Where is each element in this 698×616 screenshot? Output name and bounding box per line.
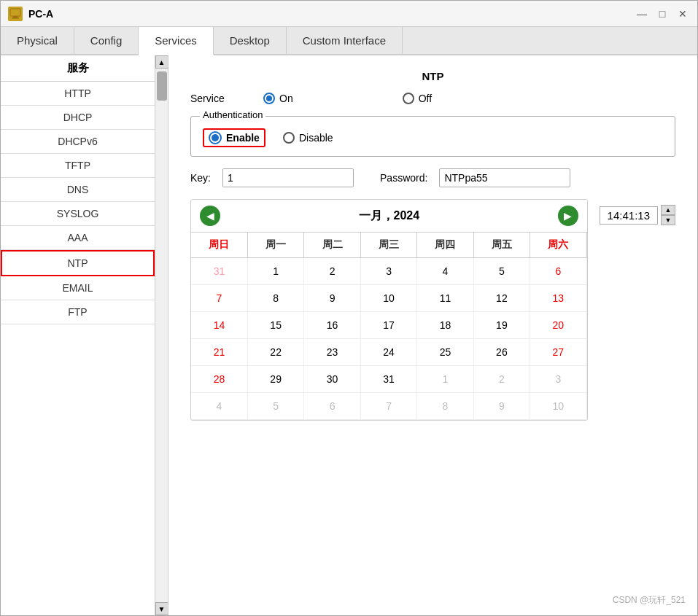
calendar-day[interactable]: 31: [360, 366, 416, 393]
calendar-day[interactable]: 6: [530, 258, 586, 285]
sidebar-item-syslog[interactable]: SYSLOG: [1, 202, 155, 226]
service-on-radio-circle[interactable]: [263, 93, 275, 104]
calendar-day[interactable]: 16: [304, 312, 360, 339]
ntp-title: NTP: [190, 70, 675, 82]
service-off-radio-circle[interactable]: [403, 93, 414, 104]
calendar-day[interactable]: 1: [417, 366, 473, 393]
svg-rect-2: [12, 17, 19, 19]
service-on-label: On: [279, 93, 293, 104]
scrollbar[interactable]: ▲ ▼: [155, 55, 168, 615]
tab-config[interactable]: Config: [74, 27, 139, 54]
password-label: Password:: [380, 172, 427, 184]
calendar-day[interactable]: 5: [247, 393, 303, 420]
calendar-day[interactable]: 3: [530, 366, 586, 393]
sidebar-item-http[interactable]: HTTP: [1, 82, 155, 106]
calendar-day[interactable]: 7: [191, 285, 247, 312]
calendar-day[interactable]: 2: [304, 258, 360, 285]
tab-desktop[interactable]: Desktop: [214, 27, 287, 54]
calendar-day[interactable]: 13: [530, 285, 586, 312]
maximize-button[interactable]: □: [655, 7, 670, 21]
calendar-day[interactable]: 23: [304, 339, 360, 366]
calendar-day[interactable]: 4: [417, 258, 473, 285]
calendar-day[interactable]: 28: [191, 366, 247, 393]
calendar-day[interactable]: 31: [191, 258, 247, 285]
enable-option[interactable]: Enable: [203, 128, 265, 147]
calendar-day[interactable]: 15: [247, 312, 303, 339]
sidebar-item-ntp[interactable]: NTP: [1, 250, 155, 276]
calendar: ◀ 一月，2024 ▶ 周日 周一 周二 周三 周四: [190, 199, 588, 421]
scroll-up-button[interactable]: ▲: [155, 55, 168, 69]
service-off-option[interactable]: Off: [403, 93, 432, 104]
weekday-saturday: 周六: [530, 233, 586, 258]
disable-radio-circle[interactable]: [283, 132, 295, 144]
calendar-day[interactable]: 29: [247, 366, 303, 393]
calendar-day[interactable]: 8: [247, 285, 303, 312]
calendar-day[interactable]: 9: [473, 393, 530, 420]
minimize-button[interactable]: —: [635, 7, 649, 21]
service-row: Service On Off: [190, 93, 675, 104]
calendar-day[interactable]: 7: [360, 393, 416, 420]
app-icon: [8, 7, 23, 21]
sidebar-item-dhcp[interactable]: DHCP: [1, 106, 155, 130]
sidebar-header: 服务: [1, 55, 155, 82]
tab-physical[interactable]: Physical: [1, 27, 74, 54]
time-decrement-button[interactable]: ▼: [661, 215, 675, 225]
password-input[interactable]: [439, 168, 570, 187]
calendar-day[interactable]: 6: [304, 393, 360, 420]
weekday-tuesday: 周二: [304, 233, 360, 258]
key-password-row: Key: Password:: [190, 168, 675, 187]
calendar-day[interactable]: 1: [247, 258, 303, 285]
calendar-day[interactable]: 27: [530, 339, 586, 366]
calendar-day[interactable]: 21: [191, 339, 247, 366]
calendar-day[interactable]: 9: [304, 285, 360, 312]
calendar-day[interactable]: 14: [191, 312, 247, 339]
scroll-thumb[interactable]: [157, 71, 167, 101]
sidebar-item-email[interactable]: EMAIL: [1, 276, 155, 300]
calendar-day[interactable]: 4: [191, 393, 247, 420]
calendar-day[interactable]: 22: [247, 339, 303, 366]
time-increment-button[interactable]: ▲: [661, 205, 675, 215]
service-radio-group: On Off: [263, 93, 432, 104]
calendar-next-button[interactable]: ▶: [558, 206, 578, 226]
calendar-day[interactable]: 18: [417, 312, 473, 339]
calendar-day[interactable]: 5: [473, 258, 530, 285]
sidebar-item-dhcpv6[interactable]: DHCPv6: [1, 130, 155, 154]
close-button[interactable]: ✕: [675, 7, 690, 21]
calendar-day[interactable]: 8: [417, 393, 473, 420]
weekday-friday: 周五: [473, 233, 530, 258]
key-input[interactable]: [222, 168, 354, 187]
enable-label: Enable: [226, 132, 260, 144]
sidebar-item-aaa[interactable]: AAA: [1, 226, 155, 250]
calendar-area: ◀ 一月，2024 ▶ 周日 周一 周二 周三 周四: [190, 199, 675, 421]
calendar-day[interactable]: 20: [530, 312, 586, 339]
sidebar-item-tftp[interactable]: TFTP: [1, 154, 155, 178]
calendar-day[interactable]: 19: [473, 312, 530, 339]
calendar-prev-button[interactable]: ◀: [200, 206, 220, 226]
calendar-day[interactable]: 10: [530, 393, 586, 420]
enable-radio-circle[interactable]: [209, 131, 222, 144]
tab-services[interactable]: Services: [139, 27, 214, 55]
sidebar-item-ftp[interactable]: FTP: [1, 300, 155, 324]
service-label: Service: [190, 93, 234, 104]
calendar-day[interactable]: 2: [473, 366, 530, 393]
service-on-option[interactable]: On: [263, 93, 293, 104]
weekday-monday: 周一: [247, 233, 303, 258]
title-bar: PC-A — □ ✕: [1, 1, 697, 27]
calendar-day[interactable]: 12: [473, 285, 530, 312]
calendar-day[interactable]: 25: [417, 339, 473, 366]
svg-rect-0: [10, 9, 20, 16]
calendar-day[interactable]: 10: [360, 285, 416, 312]
calendar-day[interactable]: 3: [360, 258, 416, 285]
calendar-day[interactable]: 11: [417, 285, 473, 312]
disable-option[interactable]: Disable: [283, 132, 333, 144]
calendar-day[interactable]: 17: [360, 312, 416, 339]
calendar-month-year: 一月，2024: [359, 208, 420, 224]
weekday-sunday: 周日: [191, 233, 247, 258]
service-off-label: Off: [419, 93, 432, 104]
scroll-down-button[interactable]: ▼: [155, 602, 168, 615]
calendar-day[interactable]: 26: [473, 339, 530, 366]
calendar-day[interactable]: 24: [360, 339, 416, 366]
tab-custom-interface[interactable]: Custom Interface: [287, 27, 403, 54]
sidebar-item-dns[interactable]: DNS: [1, 178, 155, 202]
calendar-day[interactable]: 30: [304, 366, 360, 393]
